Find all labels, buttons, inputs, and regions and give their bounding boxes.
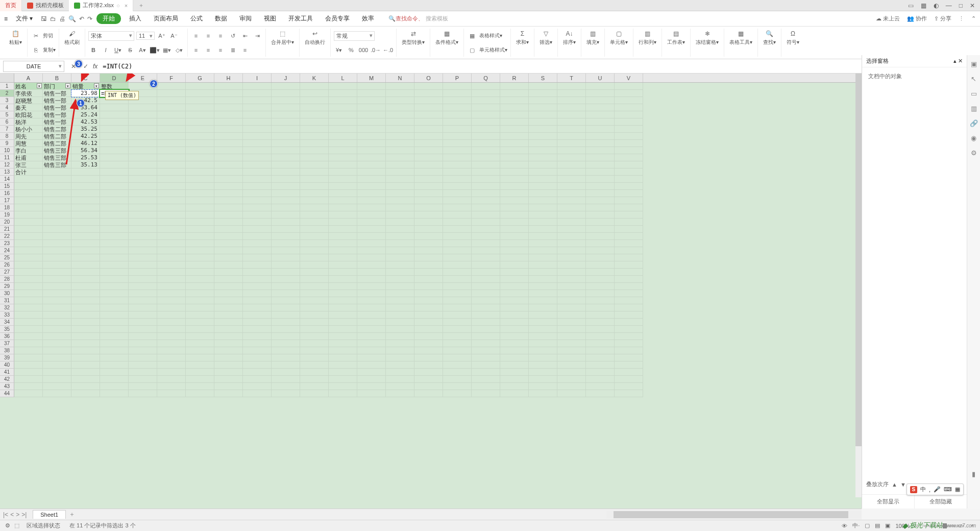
cell[interactable]: [243, 326, 272, 333]
cell[interactable]: [443, 226, 472, 233]
cell[interactable]: [414, 168, 443, 176]
cell[interactable]: [243, 261, 272, 269]
cell[interactable]: [186, 126, 214, 133]
cell[interactable]: [615, 254, 643, 261]
cell[interactable]: 销售三部: [43, 147, 71, 154]
cell[interactable]: [214, 247, 243, 254]
cell[interactable]: [14, 390, 43, 397]
rail-collapse-icon[interactable]: ▮: [972, 470, 975, 478]
cell[interactable]: [414, 340, 443, 347]
cell[interactable]: [43, 361, 71, 369]
sort-button[interactable]: A↓排序▾: [561, 29, 578, 46]
cell[interactable]: [329, 254, 357, 261]
cell[interactable]: [414, 247, 443, 254]
cell[interactable]: [500, 154, 529, 161]
cell[interactable]: [386, 290, 414, 297]
row-header[interactable]: 35: [0, 326, 14, 333]
cell[interactable]: [300, 340, 329, 347]
cell[interactable]: [586, 118, 615, 126]
cell[interactable]: [43, 283, 71, 290]
col-header-F[interactable]: F: [157, 74, 186, 82]
cell[interactable]: [357, 290, 386, 297]
cell[interactable]: [129, 283, 157, 290]
cell[interactable]: [157, 211, 186, 219]
cell[interactable]: [414, 211, 443, 219]
cell[interactable]: [129, 319, 157, 326]
row-header[interactable]: 18: [0, 204, 14, 211]
cell[interactable]: [357, 319, 386, 326]
cell[interactable]: [443, 204, 472, 211]
cell[interactable]: [615, 176, 643, 183]
row-header[interactable]: 33: [0, 311, 14, 319]
cell[interactable]: [43, 354, 71, 361]
cell[interactable]: [272, 240, 300, 247]
cell[interactable]: [100, 347, 129, 354]
maximize-icon[interactable]: □: [959, 2, 963, 9]
cell[interactable]: [386, 347, 414, 354]
cell[interactable]: [272, 211, 300, 219]
cell[interactable]: [214, 240, 243, 247]
cell[interactable]: [300, 197, 329, 204]
cell[interactable]: [129, 190, 157, 197]
menu-start[interactable]: 开始: [96, 13, 121, 24]
cell[interactable]: [386, 333, 414, 340]
cell[interactable]: [300, 276, 329, 283]
cell[interactable]: [272, 369, 300, 376]
cell[interactable]: [157, 176, 186, 183]
row-header[interactable]: 21: [0, 226, 14, 233]
cell[interactable]: [186, 211, 214, 219]
cell[interactable]: [329, 90, 357, 97]
zoom-lang-icon[interactable]: 中·: [852, 522, 860, 529]
cell[interactable]: [357, 369, 386, 376]
cell[interactable]: [243, 211, 272, 219]
cell[interactable]: [329, 126, 357, 133]
cell[interactable]: [586, 354, 615, 361]
cell[interactable]: [186, 283, 214, 290]
cell[interactable]: 合计: [14, 168, 43, 176]
cell[interactable]: [472, 197, 500, 204]
cell[interactable]: [500, 104, 529, 111]
cell[interactable]: [615, 269, 643, 276]
cell[interactable]: [557, 261, 586, 269]
cell[interactable]: [186, 147, 214, 154]
cell[interactable]: [129, 219, 157, 226]
cell[interactable]: [71, 326, 100, 333]
cell[interactable]: [129, 204, 157, 211]
menu-layout[interactable]: 页面布局: [150, 13, 182, 25]
cell[interactable]: [272, 311, 300, 319]
menu-review[interactable]: 审阅: [235, 13, 256, 25]
cell[interactable]: [71, 197, 100, 204]
cell[interactable]: [100, 333, 129, 340]
rail-cursor-icon[interactable]: ↖: [971, 75, 976, 83]
cell[interactable]: [71, 240, 100, 247]
cell[interactable]: [529, 383, 557, 390]
cell[interactable]: [443, 154, 472, 161]
cell[interactable]: [557, 361, 586, 369]
cell[interactable]: [500, 297, 529, 304]
cell[interactable]: [386, 190, 414, 197]
menu-formula[interactable]: 公式: [186, 13, 207, 25]
cell[interactable]: [615, 126, 643, 133]
cell[interactable]: [615, 361, 643, 369]
cell[interactable]: [472, 90, 500, 97]
cell[interactable]: [214, 90, 243, 97]
cell[interactable]: [243, 97, 272, 104]
cell[interactable]: [129, 118, 157, 126]
cell[interactable]: [14, 240, 43, 247]
cell[interactable]: [500, 283, 529, 290]
cell[interactable]: 销售一部: [43, 97, 71, 104]
cell[interactable]: [615, 133, 643, 140]
cell[interactable]: [586, 211, 615, 219]
cell[interactable]: [214, 126, 243, 133]
cell[interactable]: [14, 369, 43, 376]
clear-icon[interactable]: ◇▾: [174, 45, 184, 55]
indent-dec-icon[interactable]: ⇤: [240, 31, 250, 41]
cell[interactable]: [557, 247, 586, 254]
cell[interactable]: [14, 247, 43, 254]
cell[interactable]: [43, 319, 71, 326]
bold-icon[interactable]: B: [88, 45, 99, 55]
cell[interactable]: [243, 254, 272, 261]
percent-icon[interactable]: %: [346, 45, 356, 55]
cell[interactable]: [472, 319, 500, 326]
cell[interactable]: [615, 326, 643, 333]
